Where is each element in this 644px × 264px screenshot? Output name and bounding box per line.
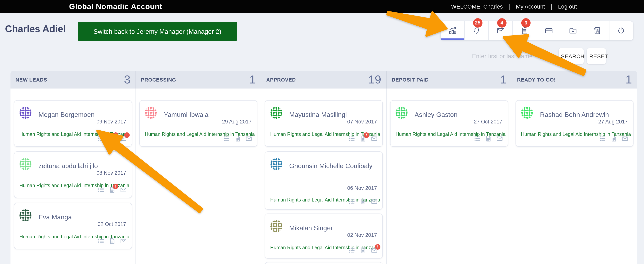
- search-button[interactable]: SEARCH: [558, 48, 584, 64]
- log-out-link[interactable]: Log out: [558, 4, 577, 10]
- reset-button[interactable]: RESET: [587, 48, 606, 64]
- document-icon[interactable]: !: [610, 135, 617, 142]
- lead-date: 27 Oct 2017: [474, 119, 502, 124]
- lead-card[interactable]: Rashad Bohn Andrewin 27 Aug 2017 Human R…: [516, 100, 634, 147]
- lead-card[interactable]: Mikalah Singer 02 Nov 2017 Human Rights …: [265, 214, 383, 258]
- search-input[interactable]: [471, 50, 541, 63]
- lead-date: 27 Aug 2017: [598, 119, 628, 124]
- document-icon[interactable]: !: [360, 247, 366, 254]
- details-list-icon[interactable]: !: [348, 135, 355, 142]
- column-header-ready-to-go: READY TO GO! 1: [512, 71, 637, 88]
- toolbar-tabs: 25 4 3: [440, 21, 633, 40]
- board-column-headers: NEW LEADS 3 PROCESSING 1 APPROVED 19 DEP…: [10, 71, 637, 88]
- tab-statistics[interactable]: [440, 21, 464, 40]
- switch-back-button[interactable]: Switch back to Jeremy Manager (Manager 2…: [78, 22, 237, 41]
- details-list-icon[interactable]: !: [348, 198, 355, 205]
- document-icon[interactable]: !: [360, 135, 366, 142]
- nav-separator: |: [551, 4, 552, 10]
- column-title: READY TO GO!: [517, 77, 556, 82]
- lead-date: 29 Aug 2017: [222, 119, 252, 124]
- column-count: 19: [368, 73, 381, 86]
- column-title: APPROVED: [266, 77, 296, 82]
- mail-icon[interactable]: !: [120, 238, 127, 244]
- mail-alert-badge: !: [124, 132, 130, 138]
- address-book-contacts-icon: [593, 26, 602, 35]
- messages-count-badge: 4: [497, 18, 506, 28]
- column-header-new-leads: NEW LEADS 3: [10, 71, 136, 88]
- lead-date: 08 Nov 2017: [96, 170, 126, 176]
- column-title: DEPOSIT PAID: [392, 77, 429, 82]
- lead-date: 09 Nov 2017: [96, 119, 126, 124]
- details-list-icon[interactable]: !: [599, 135, 606, 142]
- mail-icon[interactable]: !: [245, 135, 252, 142]
- lead-card[interactable]: zeituna abdullahi jilo 08 Nov 2017 Human…: [14, 152, 132, 198]
- document-icon[interactable]: !: [234, 135, 241, 142]
- document-icon[interactable]: !: [109, 238, 116, 244]
- lead-card[interactable]: Ashley Gaston 27 Oct 2017 Human Rights a…: [390, 100, 508, 147]
- lead-card[interactable]: Yamumi Ibwala 29 Aug 2017 Human Rights a…: [139, 100, 257, 147]
- lead-name: Ashley Gaston: [414, 111, 458, 119]
- tab-power[interactable]: [609, 21, 633, 40]
- credit-card-payments-icon: [544, 26, 553, 35]
- column-count: 1: [250, 73, 256, 86]
- lead-name: Eva Manga: [38, 214, 72, 221]
- board: Megan Borgemoen 09 Nov 2017 Human Rights…: [10, 88, 637, 264]
- mail-icon[interactable]: !: [622, 135, 628, 142]
- welcome-text: WELCOME, Charles: [451, 4, 503, 10]
- mail-icon[interactable]: !: [120, 186, 127, 193]
- details-list-icon[interactable]: !: [474, 135, 480, 142]
- avatar: [20, 107, 32, 119]
- avatar: [270, 158, 282, 170]
- tab-messages[interactable]: 4: [488, 21, 512, 40]
- partial-card[interactable]: [265, 262, 383, 264]
- avatar: [270, 107, 282, 119]
- lead-name: zeituna abdullahi jilo: [38, 162, 98, 170]
- details-list-icon[interactable]: !: [348, 247, 355, 254]
- column-header-deposit-paid: DEPOSIT PAID 1: [387, 71, 512, 88]
- tasks-count-badge: 3: [521, 18, 531, 28]
- tab-notifications[interactable]: 25: [464, 21, 488, 40]
- document-alert-badge: !: [364, 132, 369, 138]
- column-ready-to-go: Rashad Bohn Andrewin 27 Aug 2017 Human R…: [512, 88, 637, 264]
- document-icon[interactable]: !: [485, 135, 492, 142]
- lead-name: Mayustina Masilingi: [289, 111, 347, 119]
- details-list-icon[interactable]: !: [98, 186, 104, 193]
- avatar: [521, 107, 533, 119]
- details-list-icon[interactable]: !: [98, 238, 104, 244]
- avatar: [145, 107, 157, 119]
- mail-icon[interactable]: !: [371, 135, 378, 142]
- mail-icon[interactable]: !: [371, 247, 378, 254]
- mail-icon[interactable]: !: [496, 135, 503, 142]
- my-account-link[interactable]: My Account: [516, 4, 545, 10]
- column-header-processing: PROCESSING 1: [136, 71, 261, 88]
- column-approved: Mayustina Masilingi 07 Nov 2017 Human Ri…: [261, 88, 387, 264]
- column-title: PROCESSING: [141, 77, 176, 82]
- lead-card[interactable]: Gnounsin Michelle Coulibaly 06 Nov 2017 …: [265, 152, 383, 210]
- document-icon[interactable]: !: [109, 186, 116, 193]
- column-count: 3: [124, 73, 130, 86]
- mail-icon[interactable]: !: [371, 198, 378, 205]
- lead-name: Rashad Bohn Andrewin: [540, 111, 609, 119]
- top-nav: WELCOME, Charles | My Account | Log out: [451, 4, 577, 10]
- tab-downloads[interactable]: [561, 21, 585, 40]
- bar-chart-stats-icon: [448, 26, 457, 35]
- column-new-leads: Megan Borgemoen 09 Nov 2017 Human Rights…: [10, 88, 136, 264]
- tab-contacts[interactable]: [585, 21, 609, 40]
- lead-name: Mikalah Singer: [289, 224, 333, 232]
- lead-card[interactable]: Megan Borgemoen 09 Nov 2017 Human Rights…: [14, 100, 132, 147]
- annotation-arrow-to-stats-tab: [388, 12, 446, 36]
- document-icon[interactable]: !: [360, 198, 366, 205]
- envelope-messages-icon: [496, 26, 505, 35]
- lead-card[interactable]: Mayustina Masilingi 07 Nov 2017 Human Ri…: [265, 100, 383, 147]
- details-list-icon[interactable]: !: [223, 135, 230, 142]
- column-deposit-paid: Ashley Gaston 27 Oct 2017 Human Rights a…: [387, 88, 512, 264]
- column-processing: Yamumi Ibwala 29 Aug 2017 Human Rights a…: [136, 88, 261, 264]
- lead-date: 07 Nov 2017: [347, 119, 377, 124]
- mail-icon[interactable]: !: [120, 135, 127, 142]
- notifications-count-badge: 25: [473, 18, 482, 28]
- document-icon[interactable]: !: [109, 135, 116, 142]
- tab-payments[interactable]: [537, 21, 561, 40]
- details-list-icon[interactable]: !: [98, 135, 104, 142]
- lead-card[interactable]: Eva Manga 02 Oct 2017 Human Rights and L…: [14, 203, 132, 249]
- tab-tasks[interactable]: 3: [512, 21, 537, 40]
